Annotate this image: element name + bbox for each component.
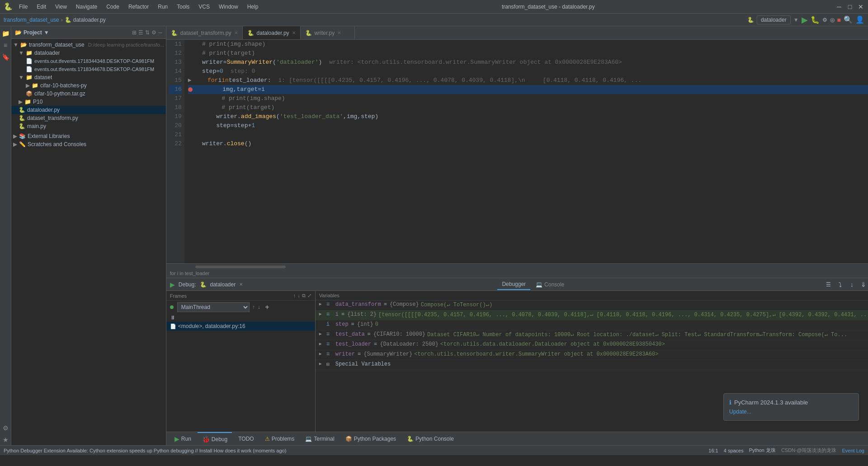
debug-tab-close[interactable]: ✕ bbox=[239, 282, 243, 287]
bottom-tab-run[interactable]: ▶ Run bbox=[170, 432, 196, 445]
project-minimize-icon[interactable]: ─ bbox=[158, 29, 162, 36]
debug-tab-name[interactable]: dataloader bbox=[210, 281, 236, 288]
bottom-tab-terminal[interactable]: 💻 Terminal bbox=[301, 432, 339, 445]
var-row-writer[interactable]: ▶ ≡ writer = {SummaryWriter} <torch.util… bbox=[316, 350, 868, 360]
menu-view[interactable]: View bbox=[52, 4, 70, 10]
menu-refactor[interactable]: Refactor bbox=[126, 4, 151, 10]
code-editor[interactable]: 11 12 13 14 15 16 17 18 19 20 21 22 # pr… bbox=[166, 40, 868, 263]
project-settings-icon[interactable]: ⚙ bbox=[151, 29, 156, 36]
coverage-button[interactable]: ◎ bbox=[830, 17, 835, 23]
code-content[interactable]: # print(img.shape) # print(target) write… bbox=[184, 40, 868, 263]
run-config-dropdown[interactable]: dataloader bbox=[757, 15, 791, 24]
tree-scratches[interactable]: ▶ ✏️ Scratches and Consoles bbox=[11, 140, 166, 148]
status-spaces[interactable]: 4 spaces bbox=[724, 448, 744, 453]
thread-dropdown[interactable]: MainThread bbox=[177, 302, 250, 312]
maximize-button[interactable]: □ bbox=[846, 3, 854, 10]
tree-p10-folder[interactable]: ▶ 📁 P10 bbox=[11, 98, 166, 106]
event-log[interactable]: Event Log bbox=[842, 448, 864, 453]
menu-code[interactable]: Code bbox=[104, 4, 122, 10]
tree-cifar-folder[interactable]: ▶ 📁 cifar-10-batches-py bbox=[11, 81, 166, 90]
tree-cifar-archive[interactable]: 📦 cifar-10-python.tar.gz bbox=[11, 90, 166, 98]
minimize-button[interactable]: ─ bbox=[835, 3, 843, 10]
notification-update-link[interactable]: Update... bbox=[729, 409, 853, 415]
run-dropdown-arrow[interactable]: ▼ bbox=[793, 17, 799, 23]
tab-close-3[interactable]: ✕ bbox=[337, 30, 341, 35]
step-into-my-btn[interactable]: ⇓ bbox=[859, 280, 868, 290]
menu-run[interactable]: Run bbox=[155, 4, 170, 10]
bottom-tab-debug[interactable]: 🐞 Debug bbox=[198, 432, 232, 445]
menu-help[interactable]: Help bbox=[245, 4, 261, 10]
tree-ext-libs[interactable]: ▶ 📚 External Libraries bbox=[11, 132, 166, 140]
tree-dataset-transform-py[interactable]: 🐍 dataset_transform.py bbox=[11, 114, 166, 122]
thread-arrow-down[interactable]: ↓ bbox=[258, 304, 260, 310]
sidebar-icon-star[interactable]: ★ bbox=[0, 434, 11, 445]
var-row-i[interactable]: ▶ ≡ i = {list: 2} [tensor([[[[0.4235, 0.… bbox=[316, 310, 868, 320]
var-expand-test-loader[interactable]: ▶ bbox=[319, 341, 325, 347]
bottom-tab-python-console[interactable]: 🐍 Python Console bbox=[402, 432, 458, 445]
tab-dataset-transform[interactable]: 🐍 dataset_transform.py ✕ bbox=[166, 26, 243, 39]
show-execution-btn[interactable]: ☰ bbox=[823, 280, 833, 290]
var-row-data-transform[interactable]: ▶ ≡ data_transform = {Compose} Compose(↵… bbox=[316, 300, 868, 310]
project-dropdown-arrow[interactable]: ▼ bbox=[44, 29, 49, 36]
menu-window[interactable]: Window bbox=[216, 4, 241, 10]
step-into-btn[interactable]: ↓ bbox=[847, 280, 857, 290]
tree-file-1[interactable]: 📄 events.out.tfevents.1718344348.DESKTOP… bbox=[11, 57, 166, 65]
h-scrollbar[interactable] bbox=[166, 263, 868, 269]
tree-main-py[interactable]: 🐍 main.py bbox=[11, 122, 166, 130]
sidebar-icon-settings[interactable]: ⚙ bbox=[0, 423, 11, 433]
add-thread-btn[interactable]: + bbox=[263, 303, 271, 311]
debugger-tab[interactable]: Debugger bbox=[497, 279, 530, 290]
frame-up-btn[interactable]: ↑ bbox=[293, 293, 296, 299]
sidebar-icon-structure[interactable]: ≡ bbox=[0, 40, 11, 51]
bottom-tab-todo[interactable]: TODO bbox=[234, 432, 258, 445]
var-expand-writer[interactable]: ▶ bbox=[319, 351, 325, 357]
menu-tools[interactable]: Tools bbox=[174, 4, 192, 10]
menu-file[interactable]: File bbox=[16, 4, 30, 10]
thread-arrow-up[interactable]: ↑ bbox=[252, 304, 255, 310]
bottom-tab-python-packages[interactable]: 📦 Python Packages bbox=[341, 432, 401, 445]
frame-copy-btn[interactable]: ⧉ bbox=[302, 293, 306, 299]
run-button[interactable]: ▶ bbox=[802, 15, 808, 25]
more-run-button[interactable]: ⚙ bbox=[822, 17, 827, 23]
var-row-test-loader[interactable]: ▶ ≡ test_loader = {DataLoader: 2500} <to… bbox=[316, 340, 868, 350]
var-row-special[interactable]: ▶ ⊞ Special Variables bbox=[316, 360, 868, 370]
tree-dataloader-folder[interactable]: ▼ 📁 dataloader bbox=[11, 49, 166, 57]
frame-item-1[interactable]: 📄 <module>, dataloader.py:16 bbox=[166, 322, 315, 331]
menu-vcs[interactable]: VCS bbox=[196, 4, 212, 10]
var-row-step[interactable]: ▶ i step = {int} 0 bbox=[316, 320, 868, 330]
sidebar-icon-project[interactable]: 📁 bbox=[0, 28, 11, 39]
project-sort-icon[interactable]: ⇅ bbox=[145, 29, 150, 36]
tab-close-2[interactable]: ✕ bbox=[292, 30, 296, 35]
project-expand-icon[interactable]: ⊞ bbox=[132, 29, 137, 36]
tab-dataloader[interactable]: 🐍 dataloader.py ✕ bbox=[243, 26, 301, 39]
tab-close-1[interactable]: ✕ bbox=[234, 30, 238, 35]
tab-writer[interactable]: 🐍 writer.py ✕ bbox=[301, 26, 355, 39]
var-expand-test-data[interactable]: ▶ bbox=[319, 331, 325, 337]
bottom-tab-problems[interactable]: ⚠ Problems bbox=[260, 432, 299, 445]
status-position[interactable]: 16:1 bbox=[708, 448, 718, 453]
project-collapse-icon[interactable]: ☰ bbox=[138, 29, 143, 36]
close-button[interactable]: ✕ bbox=[857, 3, 864, 10]
breadcrumb-file[interactable]: 🐍 dataloader.py bbox=[65, 17, 106, 23]
status-encoding[interactable]: Python 龙珠 bbox=[749, 447, 776, 454]
frame-expand-btn[interactable]: ⤢ bbox=[307, 293, 311, 299]
console-tab[interactable]: 💻Console bbox=[531, 280, 569, 290]
sidebar-icon-bookmarks[interactable]: 🔖 bbox=[0, 52, 11, 62]
breadcrumb-project[interactable]: transform_dataset_use bbox=[4, 17, 59, 23]
var-expand-i[interactable]: ▶ bbox=[319, 311, 325, 317]
tree-dataset-folder[interactable]: ▼ 📁 dataset bbox=[11, 73, 166, 81]
search-button[interactable]: 🔍 bbox=[844, 15, 853, 24]
menu-edit[interactable]: Edit bbox=[34, 4, 49, 10]
stop-button[interactable]: ■ bbox=[837, 16, 841, 24]
var-row-test-data[interactable]: ▶ ≡ test_data = {CIFAR10: 10000} Dataset… bbox=[316, 330, 868, 340]
tree-file-2[interactable]: 📄 events.out.tfevents.1718344678.DESKTOP… bbox=[11, 65, 166, 73]
menu-navigate[interactable]: Navigate bbox=[73, 4, 100, 10]
var-expand-special[interactable]: ▶ bbox=[319, 361, 325, 366]
debug-button[interactable]: 🐛 bbox=[811, 15, 820, 24]
step-over-btn[interactable]: ⤵ bbox=[835, 280, 845, 290]
settings-user-button[interactable]: 👤 bbox=[855, 15, 864, 24]
frame-down-btn[interactable]: ↓ bbox=[297, 293, 300, 299]
tree-dataloader-py[interactable]: 🐍 dataloader.py bbox=[11, 106, 166, 114]
tree-root[interactable]: ▼ 📂 transform_dataset_use D:/deep learni… bbox=[11, 41, 166, 49]
var-expand-data-transform[interactable]: ▶ bbox=[319, 301, 325, 307]
